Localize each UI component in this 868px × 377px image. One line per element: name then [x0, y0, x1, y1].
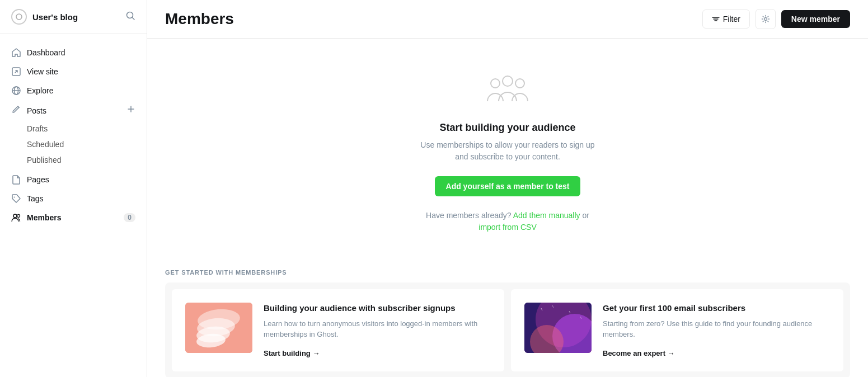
- tag-icon: [11, 194, 21, 204]
- posts-header-left: Posts: [11, 105, 46, 116]
- blog-name: User's blog: [32, 12, 78, 22]
- settings-button[interactable]: [756, 9, 776, 29]
- posts-sub-items: Drafts Scheduled Published: [0, 121, 147, 168]
- sidebar-header: User's blog: [0, 0, 147, 34]
- sidebar-item-view-site-label: View site: [27, 67, 135, 76]
- sidebar-item-explore[interactable]: Explore: [0, 81, 147, 100]
- sidebar-nav: Dashboard View site Explore: [0, 34, 147, 377]
- card-2-title: Get your first 100 email subscribers: [603, 303, 830, 314]
- sidebar-logo[interactable]: User's blog: [11, 9, 78, 25]
- svg-point-15: [764, 18, 767, 21]
- resource-card-2[interactable]: Get your first 100 email subscribers Sta…: [511, 289, 843, 371]
- card-2-description: Starting from zero? Use this guide to fi…: [603, 318, 830, 340]
- posts-group: Posts Drafts Scheduled Published: [0, 100, 147, 168]
- gear-icon: [761, 15, 770, 23]
- sidebar-item-dashboard[interactable]: Dashboard: [0, 43, 147, 62]
- empty-state-description: Use memberships to allow your readers to…: [418, 139, 597, 163]
- resource-cards: Building your audience with subscriber s…: [165, 282, 850, 377]
- card-1-link[interactable]: Start building →: [264, 349, 320, 357]
- svg-point-11: [17, 215, 20, 218]
- main-content: Members Filter New member: [147, 0, 868, 377]
- card-1-title: Building your audience with subscriber s…: [264, 303, 491, 314]
- card-1-thumbnail: [185, 303, 252, 353]
- sidebar-item-explore-label: Explore: [27, 86, 135, 95]
- card-2-content: Get your first 100 email subscribers Sta…: [603, 303, 830, 358]
- sidebar: User's blog Dashboard: [0, 0, 147, 377]
- sidebar-item-tags-label: Tags: [27, 194, 135, 203]
- home-icon: [11, 48, 21, 58]
- filter-button[interactable]: Filter: [702, 10, 750, 29]
- filter-icon: [712, 15, 720, 23]
- card-1-description: Learn how to turn anonymous visitors int…: [264, 318, 491, 340]
- sidebar-item-published[interactable]: Published: [27, 152, 147, 168]
- sidebar-item-scheduled[interactable]: Scheduled: [27, 136, 147, 152]
- sidebar-item-dashboard-label: Dashboard: [27, 48, 135, 57]
- filter-label: Filter: [723, 15, 740, 23]
- import-csv-link[interactable]: import from CSV: [478, 223, 536, 232]
- posts-label: Posts: [27, 106, 46, 115]
- search-icon[interactable]: [125, 11, 135, 23]
- sidebar-item-view-site[interactable]: View site: [0, 62, 147, 81]
- resource-card-1[interactable]: Building your audience with subscriber s…: [172, 289, 504, 371]
- svg-point-10: [13, 214, 17, 218]
- add-manually-link[interactable]: Add them manually: [513, 211, 580, 220]
- sidebar-item-pages[interactable]: Pages: [0, 170, 147, 189]
- audience-icon: [485, 72, 530, 111]
- card-2-link[interactable]: Become an expert →: [603, 349, 675, 357]
- svg-point-9: [14, 197, 15, 198]
- blog-logo-icon: [11, 9, 27, 25]
- sidebar-item-tags[interactable]: Tags: [0, 189, 147, 208]
- file-icon: [11, 175, 21, 185]
- svg-point-16: [491, 79, 500, 88]
- svg-point-0: [16, 14, 22, 20]
- sidebar-item-pages-label: Pages: [27, 175, 135, 184]
- top-bar-actions: Filter New member: [702, 9, 850, 29]
- svg-line-2: [132, 17, 134, 20]
- sidebar-item-drafts[interactable]: Drafts: [27, 121, 147, 136]
- globe-icon: [11, 86, 21, 96]
- svg-point-18: [503, 76, 513, 86]
- external-icon: [11, 67, 21, 77]
- empty-state: Start building your audience Use members…: [147, 39, 868, 269]
- edit-icon: [11, 105, 21, 116]
- card-1-content: Building your audience with subscriber s…: [264, 303, 491, 358]
- get-started-label: GET STARTED WITH MEMBERSHIPS: [165, 269, 850, 276]
- people-icon: [11, 213, 21, 223]
- add-member-button[interactable]: Add yourself as a member to test: [435, 176, 581, 196]
- sidebar-item-members-label: Members: [27, 213, 118, 222]
- new-member-button[interactable]: New member: [781, 10, 850, 28]
- have-members-text: Have members already? Add them manually …: [418, 210, 597, 233]
- sidebar-item-members[interactable]: Members 0: [0, 208, 147, 227]
- svg-point-17: [515, 79, 524, 88]
- top-bar: Members Filter New member: [147, 0, 868, 39]
- page-title: Members: [165, 10, 234, 28]
- get-started-section: GET STARTED WITH MEMBERSHIPS Building yo…: [147, 269, 868, 377]
- empty-state-heading: Start building your audience: [439, 122, 575, 134]
- add-post-icon[interactable]: [126, 105, 135, 116]
- card-2-thumbnail: [524, 303, 592, 353]
- members-badge: 0: [124, 213, 135, 222]
- posts-group-header[interactable]: Posts: [0, 100, 147, 121]
